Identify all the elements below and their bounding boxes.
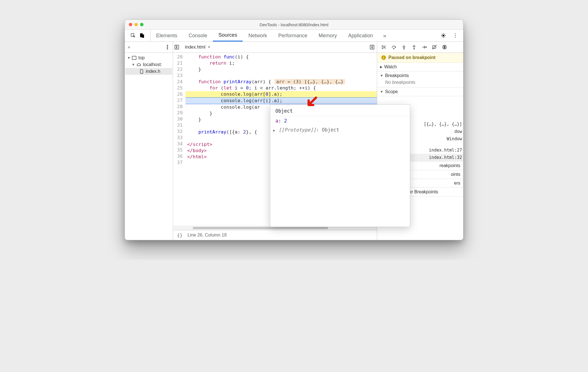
breakpoints-empty: No breakpoints: [380, 78, 460, 86]
annotation-arrow-icon: [306, 97, 318, 108]
caret-down-icon: ▼: [380, 74, 383, 78]
editor-tab-close-icon[interactable]: ×: [208, 45, 210, 50]
popover-prop-value: 2: [284, 118, 287, 124]
code-line[interactable]: return i;: [185, 60, 377, 66]
svg-point-8: [167, 49, 168, 49]
settings-icon[interactable]: [441, 33, 446, 38]
editor-tab-label: index.html: [185, 45, 205, 50]
navigator-toolbar: »: [125, 42, 173, 53]
svg-point-4: [455, 35, 456, 36]
gutter[interactable]: 202122232425262728293031323334353637: [173, 53, 185, 167]
file-icon: [139, 69, 144, 74]
svg-point-6: [167, 45, 168, 46]
navigator-tree: ▼ top ▼ localhost: index.h: [125, 53, 173, 76]
caret-down-icon: ▼: [380, 90, 383, 94]
svg-point-13: [403, 48, 404, 49]
tabstrip-trail-icons: [436, 30, 463, 41]
callstack-frame-1-loc: index.html:32: [429, 155, 462, 160]
watch-section[interactable]: ▶Watch: [377, 63, 463, 71]
svg-point-2: [443, 35, 444, 36]
tab-console[interactable]: Console: [183, 30, 213, 41]
tab-application[interactable]: Application: [342, 30, 379, 41]
svg-point-12: [393, 48, 394, 49]
deactivate-breakpoints-icon[interactable]: [432, 45, 437, 50]
titlebar: DevTools - localhost:8080/index.html: [125, 20, 463, 30]
event-categories-label: ers: [454, 181, 460, 186]
popover-prop-key: a: [275, 118, 278, 124]
pause-on-exceptions-icon[interactable]: [442, 45, 447, 50]
scope-window-local: dow: [454, 129, 462, 134]
code-line[interactable]: function printArray(arr) {arr = (3) [{…}…: [185, 79, 377, 85]
caret-right-icon: ▶: [380, 65, 383, 69]
navigator-dropdown-icon[interactable]: »: [128, 45, 130, 50]
caret-down-icon: ▼: [132, 63, 134, 67]
toggle-debugger-icon[interactable]: [370, 45, 375, 50]
code-line[interactable]: function func(i) {: [185, 54, 377, 60]
svg-rect-9: [132, 56, 136, 60]
devtools-window: DevTools - localhost:8080/index.html Ele…: [125, 19, 463, 240]
panel-tabs: Elements Console Sources Network Perform…: [151, 30, 436, 41]
step-into-icon[interactable]: [401, 45, 406, 50]
scope-arr-value: [{…}, {…}, {…}]: [424, 122, 462, 127]
popover-prototype[interactable]: ▶ [[Prototype]]: Object: [270, 125, 410, 134]
code-line[interactable]: }: [185, 66, 377, 73]
popover-property[interactable]: a: 2: [270, 116, 410, 125]
svg-point-5: [455, 37, 456, 38]
breakpoints-section[interactable]: ▼Breakpoints No breakpoints: [377, 71, 463, 87]
code-line[interactable]: [185, 73, 377, 79]
editor-tab-index[interactable]: index.html ×: [182, 43, 213, 51]
inline-value-label: arr = (3) [{…}, {…}, {…}: [275, 79, 345, 84]
info-icon: [381, 55, 386, 60]
tab-performance[interactable]: Performance: [273, 30, 313, 41]
frame-icon: [132, 55, 137, 60]
tree-file-index[interactable]: index.h: [125, 68, 172, 75]
debugger-toolbar: [377, 42, 463, 53]
step-icon[interactable]: [422, 45, 427, 50]
navigator-pane: » ▼ top ▼ localhost: index.h: [125, 42, 173, 240]
watch-label: Watch: [384, 64, 397, 69]
tab-sources[interactable]: Sources: [213, 30, 243, 41]
scope-label: Scope: [385, 89, 398, 94]
svg-point-3: [455, 33, 456, 34]
tree-top-frame[interactable]: ▼ top: [125, 54, 172, 61]
step-over-icon[interactable]: [391, 45, 396, 50]
scope-window-global: Window: [447, 136, 462, 141]
paused-text: Paused on breakpoint: [388, 55, 436, 60]
scope-section[interactable]: ▼Scope: [377, 87, 463, 96]
panel-tabstrip: Elements Console Sources Network Perform…: [125, 30, 463, 42]
svg-point-21: [383, 56, 384, 57]
svg-point-7: [167, 47, 168, 48]
tab-elements[interactable]: Elements: [151, 30, 183, 41]
navigator-menu-icon[interactable]: [165, 45, 170, 50]
step-out-icon[interactable]: [412, 45, 417, 50]
pretty-print-icon[interactable]: {}: [177, 233, 182, 238]
code-line[interactable]: console.log(arr[0].a);: [185, 91, 377, 97]
inspect-element-icon[interactable]: [130, 33, 136, 38]
tree-origin-label: localhost:: [143, 62, 162, 67]
cursor-position: Line 26, Column 18: [187, 233, 227, 238]
callstack-frame-0-loc: index.html:27: [429, 148, 462, 153]
tabs-overflow-icon[interactable]: »: [379, 30, 391, 41]
window-title: DevTools - localhost:8080/index.html: [125, 22, 463, 27]
code-line[interactable]: console.log(arr[i].a);: [185, 97, 377, 104]
svg-point-15: [426, 47, 427, 48]
caret-down-icon: ▼: [127, 56, 130, 60]
tabstrip-lead-icons: [125, 30, 151, 41]
tab-network[interactable]: Network: [243, 30, 273, 41]
popover-proto-label: [[Prototype]]: [278, 127, 316, 133]
svg-rect-1: [142, 34, 144, 38]
kebab-menu-icon[interactable]: [452, 33, 458, 38]
tree-origin[interactable]: ▼ localhost:: [125, 61, 172, 68]
resume-icon[interactable]: [381, 45, 386, 50]
tree-file-label: index.h: [146, 69, 160, 74]
code-line[interactable]: for (let i = 0; i < arr.length; ++i) {: [185, 85, 377, 91]
svg-rect-20: [383, 57, 384, 59]
tab-memory[interactable]: Memory: [313, 30, 342, 41]
caret-right-icon: ▶: [273, 128, 275, 132]
toggle-navigator-icon[interactable]: [174, 45, 179, 50]
editor-statusbar: {} Line 26, Column 18: [173, 230, 377, 240]
dom-breakpoints-label: reakpoints: [439, 163, 460, 168]
value-popover: Object a: 2 ▶ [[Prototype]]: Object: [270, 104, 410, 227]
breakpoints-label: Breakpoints: [385, 73, 409, 78]
device-toggle-icon[interactable]: [139, 33, 145, 38]
